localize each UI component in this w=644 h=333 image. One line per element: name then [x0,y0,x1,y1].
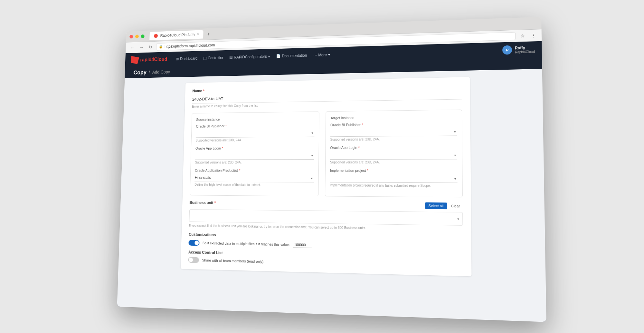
target-impl-project-hint: Implementation project required if any t… [330,183,458,188]
target-bi-publisher-select[interactable] [330,127,457,136]
customizations-title: Customizations [189,232,463,241]
form-card: Name * Enter a name to easily find this … [181,77,471,276]
source-app-login-hint: Supported versions are: 23D, 24A. [195,161,314,164]
target-bi-publisher-label: Oracle BI Publisher * [330,122,457,127]
nav-documentation[interactable]: 📄 Documentation [276,53,307,58]
business-unit-box[interactable]: ▾ [189,209,463,226]
source-instance-panel: Source instance Oracle BI Publisher * [190,111,319,196]
source-products-label: Oracle Application Product(s) * [195,168,314,172]
menu-button[interactable]: ⋮ [530,32,537,39]
new-tab-button[interactable]: + [207,31,210,36]
business-unit-header: Business unit * Select all Clear [189,200,463,209]
instances-row: Source instance Oracle BI Publisher * [190,109,463,197]
page-title: Copy [133,69,147,76]
controller-icon: ◫ [203,56,206,60]
bu-actions: Select all Clear [425,202,463,209]
user-org: Rapid4Cloud [515,50,535,54]
target-instance-panel: Target instance Oracle BI Publisher * [325,109,463,197]
app-wrapper: rapid4Cloud ⊞ Dashboard ◫ Controller ▤ R… [117,41,546,322]
chevron-down-icon-bu: ▾ [457,217,459,220]
logo-icon [131,56,139,64]
more-icon: ⋯ [313,53,317,57]
tab-favicon: 🔴 [154,34,158,38]
source-app-login-select[interactable] [195,151,314,160]
source-products-hint: Define the high-level scope of the data … [194,183,314,187]
logo[interactable]: rapid4Cloud [131,55,167,64]
bookmark-button[interactable]: ☆ [519,32,526,39]
split-value[interactable]: 100000 [293,242,312,248]
nav-more[interactable]: ⋯ More ▾ [313,53,330,57]
source-bi-publisher-group: Oracle BI Publisher * ▾ Supported versio… [195,123,314,142]
nav-dashboard[interactable]: ⊞ Dashboard [176,56,197,61]
source-products-select[interactable]: Financials [194,173,314,182]
main-content: Name * Enter a name to easily find this … [117,69,546,322]
config-icon: ▤ [229,55,233,60]
business-unit-section: Business unit * Select all Clear ▾ If yo… [189,200,463,231]
target-bi-publisher-hint: Supported versions are: 23D, 24A. [330,137,457,141]
source-bi-publisher-select-wrapper: ▾ [196,128,315,138]
source-products-group: Oracle Application Product(s) * Financia… [194,168,314,187]
source-app-login-group: Oracle App Login * ▾ Supported versions … [195,146,314,164]
user-info: Raffy Rapid4Cloud [515,45,535,54]
dashboard-icon: ⊞ [176,57,179,61]
user-name: Raffy [515,45,535,50]
source-instance-title: Source instance [196,116,315,121]
target-impl-project-label: Implementation project * [330,168,458,172]
share-toggle[interactable] [188,257,199,263]
docs-icon: 📄 [276,54,281,58]
user-section: R Raffy Rapid4Cloud [502,44,535,54]
source-bi-publisher-select[interactable] [196,128,315,138]
acl-section: Access Control List Share with all team … [188,250,463,269]
target-app-login-label: Oracle App Login * [330,145,457,150]
lock-icon: 🔒 [159,44,163,48]
target-instance-title: Target instance [330,114,457,120]
target-impl-project-select[interactable] [330,174,457,183]
logo-text: rapid4Cloud [140,56,167,63]
split-label: Split extracted data in multiple files i… [203,241,290,246]
source-app-login-select-wrapper: ▾ [195,151,314,160]
breadcrumb-sub: Add Copy [152,69,170,74]
target-app-login-select[interactable] [330,150,457,159]
chevron-down-icon-more: ▾ [328,53,330,57]
target-app-login-hint: Supported versions are: 23D, 24A. [330,160,457,164]
share-label: Share with all team members (read-only). [202,258,264,263]
source-bi-publisher-hint: Supported versions are: 23D, 24A. [195,138,314,142]
close-dot[interactable] [129,34,133,38]
select-all-button[interactable]: Select all [425,202,447,209]
refresh-button[interactable]: ↻ [147,44,153,50]
source-products-select-wrapper: Financials ▾ [194,173,314,182]
target-impl-project-group: Implementation project * ▾ Implementatio… [330,168,458,187]
maximize-dot[interactable] [141,34,145,38]
business-unit-label: Business unit * [190,200,216,205]
target-app-login-group: Oracle App Login * ▾ Supported versions … [330,145,457,164]
split-toggle[interactable] [188,240,199,245]
browser-tab[interactable]: 🔴 Rapid4Cloud Platform ✕ [149,30,204,40]
source-bi-publisher-label: Oracle BI Publisher * [196,123,315,128]
target-impl-project-select-wrapper: ▾ [330,174,457,183]
nav-controller[interactable]: ◫ Controller [203,55,223,60]
required-star: * [203,89,205,93]
customizations-section: Customizations Split extracted data in m… [188,232,463,251]
tab-close-button[interactable]: ✕ [197,33,199,36]
minimize-dot[interactable] [135,34,139,38]
target-bi-publisher-group: Oracle BI Publisher * ▾ Supported versio… [330,122,457,141]
nav-configurators[interactable]: ▤ RAPIDConfigurators ▾ [229,54,270,60]
source-app-login-label: Oracle App Login * [195,146,314,150]
target-app-login-select-wrapper: ▾ [330,150,457,159]
target-bi-publisher-select-wrapper: ▾ [330,127,457,136]
chevron-down-icon: ▾ [268,54,270,59]
back-button[interactable]: ← [129,44,136,50]
breadcrumb-separator: / [149,70,150,74]
avatar[interactable]: R [502,45,512,54]
forward-button[interactable]: → [138,44,145,50]
clear-button[interactable]: Clear [448,202,463,209]
tab-title: Rapid4Cloud Platform [160,32,195,38]
split-toggle-row: Split extracted data in multiple files i… [188,240,463,251]
browser-window: 🔴 Rapid4Cloud Platform ✕ + ← → ↻ 🔒 https… [117,17,546,322]
name-section: Name * Enter a name to easily find this … [192,83,462,108]
url-text: https://platform.rapid4cloud.com [165,43,215,48]
